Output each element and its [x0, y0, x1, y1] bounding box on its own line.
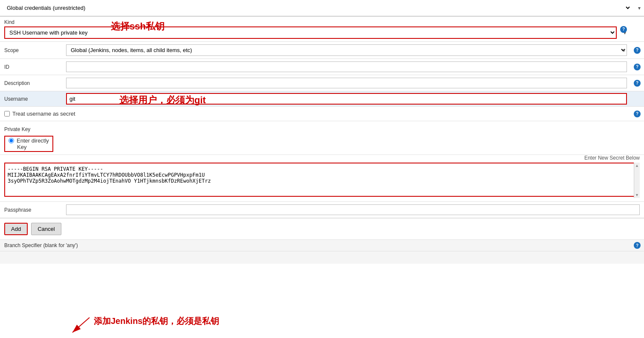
help-icon-scope[interactable]: ?	[634, 47, 641, 54]
chevron-down-icon: ▾	[623, 47, 625, 53]
bottom-spacer	[0, 251, 644, 264]
passphrase-input[interactable]	[66, 204, 640, 215]
global-credentials-select[interactable]: Global credentials (unrestricted)	[3, 3, 631, 13]
passphrase-label: Passphrase	[4, 207, 66, 213]
help-icon-branch[interactable]: ?	[634, 242, 641, 249]
scope-label: Scope	[4, 47, 66, 53]
username-row: Username 选择用户，必须为git	[0, 91, 644, 107]
description-label: Description	[4, 80, 66, 86]
description-row: Description ?	[0, 75, 644, 91]
help-icon-id[interactable]: ?	[634, 64, 641, 70]
description-input[interactable]	[66, 78, 627, 88]
scope-row: Scope Global (Jenkins, nodes, items, all…	[0, 42, 644, 59]
add-button[interactable]: Add	[4, 223, 28, 235]
help-icon-kind[interactable]: ?	[620, 26, 627, 33]
passphrase-row: Passphrase	[0, 202, 644, 218]
treat-username-checkbox[interactable]	[4, 111, 10, 117]
page-container: Global credentials (unrestricted) ▾ Kind…	[0, 0, 644, 338]
global-credentials-row: Global credentials (unrestricted) ▾	[0, 0, 644, 17]
enter-new-secret-label: Enter New Secret Below	[4, 155, 640, 163]
help-icon-treat[interactable]: ?	[634, 111, 641, 117]
key-label: Key	[9, 144, 49, 150]
enter-directly-option-box: Enter directly Key	[4, 136, 53, 152]
svg-line-1	[72, 318, 90, 332]
private-key-label: Private Key	[0, 124, 644, 134]
help-icon-description[interactable]: ?	[634, 80, 641, 87]
branch-specifier-label: Branch Specifier (blank for 'any')	[4, 242, 78, 248]
chevron-down-icon: ▾	[638, 5, 641, 11]
id-label: ID	[4, 64, 66, 70]
scope-select[interactable]: Global (Jenkins, nodes, items, all child…	[66, 44, 627, 56]
kind-select[interactable]: SSH Username with private key	[4, 26, 617, 39]
private-key-annotation: 添加Jenkins的私钥，必须是私钥	[94, 315, 219, 327]
annotation-arrow	[68, 309, 196, 338]
scrollbar[interactable]: ▲ ▼	[634, 163, 640, 198]
id-input[interactable]	[66, 61, 627, 72]
kind-row: Kind SSH Username with private key ▾ ? 选…	[0, 17, 644, 42]
username-input[interactable]	[66, 93, 627, 105]
private-key-textarea[interactable]	[4, 163, 640, 197]
kind-label: Kind	[4, 19, 640, 25]
enter-directly-radio[interactable]	[9, 138, 14, 143]
private-key-textarea-section: Enter New Secret Below ▲ ▼	[0, 155, 644, 202]
enter-directly-label: Enter directly	[17, 137, 49, 144]
cancel-button[interactable]: Cancel	[31, 223, 61, 235]
branch-specifier-row: Branch Specifier (blank for 'any') ?	[0, 239, 644, 251]
username-label: Username	[4, 96, 66, 102]
treat-username-label: Treat username as secret	[12, 111, 75, 117]
button-row: Add Cancel	[0, 218, 644, 239]
treat-username-row: Treat username as secret ?	[0, 107, 644, 121]
private-key-section: Private Key Enter directly Key 添加Jenkins…	[0, 121, 644, 155]
id-row: ID ?	[0, 59, 644, 75]
